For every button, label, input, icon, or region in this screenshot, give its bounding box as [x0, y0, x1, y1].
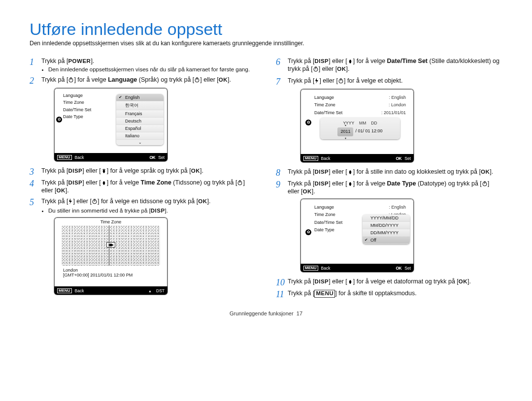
macro-icon: [101, 180, 107, 187]
tz-city: London: [63, 268, 159, 273]
step-11: Trykk på [MENU] for å skifte til opptaks…: [276, 290, 502, 298]
page-title: Utføre innledende oppsett: [30, 20, 502, 39]
settings-menu: Language Time Zone Date/Time Set Date Ty…: [63, 92, 91, 121]
step-10: Trykk på [DISP] eller [] for å velge et …: [276, 278, 502, 286]
gear-icon: [305, 229, 311, 235]
chevron-down-icon: ⌄: [116, 140, 164, 145]
timer-icon: [68, 77, 74, 84]
world-map[interactable]: ◀▶: [62, 225, 160, 266]
macro-icon: [347, 278, 353, 286]
macro-icon: [347, 181, 353, 188]
macro-icon: [347, 58, 353, 65]
list-item[interactable]: Español: [116, 125, 164, 132]
menu-button-label: MENU: [314, 290, 335, 298]
timer-icon: [92, 198, 98, 206]
macro-icon: [347, 169, 353, 176]
year-spinner[interactable]: ▴2011▾: [337, 127, 353, 136]
list-item[interactable]: DD/MM/YYYY: [363, 229, 410, 237]
timer-icon: [338, 78, 344, 85]
step-3: Trykk på [DISP] eller [] for å velge spr…: [30, 167, 256, 175]
list-item[interactable]: English: [116, 94, 164, 101]
list-item[interactable]: Deutsch: [116, 118, 164, 125]
step-9: Trykk på [DISP] eller [] for å velge Dat…: [276, 180, 502, 272]
screenshot-timezone: Time Zone ◀▶ London [GMT+00:00] 2011/01/…: [54, 217, 167, 295]
step-4: Trykk på [DISP] eller [] for å velge Tim…: [30, 179, 256, 194]
datetime-editor[interactable]: YYYY MM DD ▴2011▾ / 01/ 01 12:00: [320, 118, 400, 139]
menu-icon: MENU: [57, 155, 72, 160]
disp-button-label: DISP: [68, 168, 82, 174]
nav-arrows-icon: ◀▶: [106, 242, 115, 247]
list-item[interactable]: 한국어: [116, 101, 164, 110]
gear-icon: [305, 120, 311, 125]
flash-icon: [68, 198, 73, 206]
datetype-popup: YYYY/MM/DD MM/DD/YYYY DD/MM/YYYY Off: [363, 215, 410, 244]
menu-icon: MENU: [303, 266, 318, 271]
page-footer: Grunnleggende funksjoner 17: [30, 310, 502, 316]
screenshot-datetime: Language: English Time Zone: London Date…: [300, 89, 414, 162]
list-item[interactable]: Off: [363, 237, 410, 244]
page-subtitle: Den innledende oppsettsskjermen vises sl…: [30, 40, 502, 47]
timer-icon: [237, 180, 243, 187]
step-6: Trykk på [DISP] eller [] for å velge Dat…: [276, 58, 502, 73]
menu-icon: MENU: [303, 156, 318, 161]
list-item[interactable]: Italiano: [116, 132, 164, 140]
timer-icon: [194, 77, 200, 84]
screenshot-datetype: Language: English Time Zone: London Date…: [300, 199, 414, 272]
step-7: Trykk på [] eller [] for å velge et obje…: [276, 77, 502, 162]
gear-icon: [56, 117, 62, 123]
menu-icon: MENU: [57, 288, 72, 293]
step-5-note: Du stiller inn sommertid ved å trykke på…: [48, 208, 256, 214]
ok-button-label: OK: [219, 77, 228, 83]
step-1-note: Den innledende oppsettsskjermen vises nå…: [48, 66, 256, 72]
timer-icon: [482, 181, 488, 188]
tz-gmt: [GMT+00:00] 2011/01/01 12:00 PM: [63, 273, 159, 278]
tz-title: Time Zone: [57, 219, 165, 225]
list-item[interactable]: Français: [116, 110, 164, 118]
step-1: Trykk på [POWER]. Den innledende oppsett…: [30, 58, 256, 72]
language-popup: English 한국어 Français Deutsch Español Ita…: [116, 94, 164, 145]
step-5: Trykk på [] eller [] for å velge en tids…: [30, 198, 256, 295]
ok-icon: OK: [149, 155, 155, 160]
timer-icon: [313, 66, 319, 73]
screenshot-language: Language Time Zone Date/Time Set Date Ty…: [54, 88, 167, 161]
flash-icon: [314, 78, 319, 85]
list-item[interactable]: MM/DD/YYYY: [363, 222, 410, 229]
macro-icon: [101, 168, 107, 175]
up-triangle-icon: [148, 288, 153, 293]
step-2: Trykk på [] for å velge Language (Språk)…: [30, 76, 256, 161]
list-item[interactable]: YYYY/MM/DD: [363, 215, 410, 222]
step-8: Trykk på [DISP] eller [] for å stille in…: [276, 168, 502, 176]
power-button-label: POWER: [68, 58, 91, 64]
